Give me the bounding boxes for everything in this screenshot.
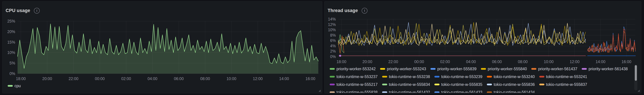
legend-item[interactable]: cpu [8, 83, 21, 88]
legend-series-label: tokio-runtime-w-555836 [494, 82, 535, 87]
legend-item[interactable]: tokio-runtime-w-553241 [539, 74, 587, 79]
svg-text:12%: 12% [328, 22, 336, 27]
legend-series-label: priority-worker-561437 [538, 67, 577, 71]
legend-series-label: tokio-runtime-w-555217 [336, 82, 378, 87]
legend-item[interactable]: tokio-runtime-w-561434 [487, 90, 535, 93]
legend-series-swatch [434, 76, 440, 78]
svg-text:06:00: 06:00 [174, 77, 184, 81]
legend-series-swatch [380, 68, 385, 70]
svg-text:5%: 5% [10, 61, 15, 65]
legend-item[interactable]: tokio-runtime-w-553240 [487, 74, 535, 79]
svg-text:20:00: 20:00 [42, 77, 52, 81]
legend-item[interactable]: priority-worker-555839 [430, 66, 476, 71]
thread-panel-title[interactable]: Thread usage [328, 8, 358, 13]
cpu-panel-title[interactable]: CPU usage [6, 8, 30, 13]
svg-text:20:00: 20:00 [362, 60, 372, 64]
svg-text:18:00: 18:00 [16, 77, 26, 81]
svg-text:06:00: 06:00 [492, 60, 502, 64]
legend-item[interactable]: tokio-runtime-w-561433 [434, 90, 482, 93]
svg-text:22:00: 22:00 [68, 77, 78, 81]
legend-series-label: tokio-runtime-w-555838 [336, 90, 378, 93]
info-icon[interactable]: i [34, 8, 40, 13]
legend-item[interactable]: tokio-runtime-w-555836 [487, 82, 535, 87]
legend-series-swatch [487, 76, 492, 78]
legend-series-swatch [330, 92, 335, 93]
svg-text:0%: 0% [10, 71, 15, 76]
legend-series-label: priority-worker-553242 [336, 67, 376, 71]
legend-series-swatch [382, 76, 387, 78]
legend-series-swatch [582, 68, 587, 70]
svg-text:16:00: 16:00 [622, 60, 632, 64]
svg-text:08:00: 08:00 [200, 77, 210, 81]
legend-item[interactable]: priority-worker-555840 [481, 66, 527, 71]
svg-text:02:00: 02:00 [121, 77, 131, 81]
legend-series-swatch [8, 85, 13, 87]
legend-series-swatch [434, 92, 440, 93]
thread-usage-panel: Thread usage i 18:0020:0022:0000:0002:00… [324, 1, 641, 93]
legend-series-swatch [382, 92, 387, 93]
svg-text:04:00: 04:00 [148, 77, 158, 81]
svg-text:10%: 10% [7, 50, 15, 55]
svg-text:8%: 8% [330, 33, 336, 37]
legend-series-swatch [531, 68, 536, 70]
svg-text:08:00: 08:00 [518, 60, 528, 64]
legend-series-label: tokio-runtime-w-555834 [389, 82, 430, 87]
svg-text:10:00: 10:00 [226, 77, 236, 81]
legend-scrollbar-thumb[interactable] [635, 65, 637, 81]
legend-series-label: tokio-runtime-w-553237 [336, 75, 378, 79]
legend-series-label: tokio-runtime-w-553239 [441, 75, 482, 79]
legend-series-label: priority-worker-553243 [387, 67, 426, 71]
panel-resize-handle[interactable] [318, 89, 321, 92]
legend-series-swatch [539, 84, 544, 85]
legend-series-label: tokio-runtime-w-561434 [494, 90, 535, 93]
svg-text:0%: 0% [330, 54, 336, 59]
svg-text:14%: 14% [328, 17, 336, 21]
legend-series-label: priority-worker-555839 [437, 67, 476, 71]
legend-item[interactable]: tokio-runtime-w-555837 [539, 82, 587, 87]
legend-series-label: tokio-runtime-w-553240 [494, 75, 535, 79]
legend-series-swatch [481, 68, 486, 70]
svg-text:14:00: 14:00 [279, 77, 289, 81]
legend-item[interactable]: tokio-runtime-w-555834 [382, 82, 430, 87]
legend-series-swatch [487, 84, 492, 85]
legend-item[interactable]: tokio-runtime-w-555217 [330, 82, 378, 87]
svg-text:2%: 2% [330, 49, 336, 53]
cpu-legend: cpu [8, 83, 315, 90]
svg-text:10:00: 10:00 [544, 60, 554, 64]
legend-item[interactable]: priority-worker-553243 [380, 66, 426, 71]
legend-series-swatch [330, 84, 335, 85]
legend-item[interactable]: tokio-runtime-w-555835 [434, 82, 482, 87]
legend-series-swatch [382, 84, 387, 85]
panel-resize-handle[interactable] [636, 89, 640, 92]
svg-text:18:00: 18:00 [336, 60, 346, 64]
legend-item[interactable]: tokio-runtime-w-561432 [382, 90, 430, 93]
svg-text:02:00: 02:00 [440, 60, 450, 64]
legend-item[interactable]: tokio-runtime-w-553239 [434, 74, 482, 79]
info-icon[interactable]: i [362, 8, 368, 13]
svg-text:4%: 4% [330, 44, 336, 48]
svg-text:20%: 20% [7, 29, 15, 34]
cpu-usage-panel: CPU usage i 18:0020:0022:0000:0002:0004:… [2, 1, 322, 93]
svg-text:10%: 10% [328, 28, 336, 32]
legend-series-swatch [434, 84, 440, 85]
legend-item[interactable]: priority-worker-553242 [330, 66, 376, 71]
svg-text:16:00: 16:00 [306, 77, 315, 81]
svg-text:6%: 6% [330, 38, 336, 43]
svg-text:14:00: 14:00 [596, 60, 606, 64]
legend-series-swatch [330, 68, 335, 70]
legend-item[interactable]: tokio-runtime-w-553238 [382, 74, 430, 79]
svg-text:04:00: 04:00 [466, 60, 476, 64]
legend-series-swatch [539, 76, 544, 78]
legend-item[interactable]: tokio-runtime-w-553237 [330, 74, 378, 79]
legend-item[interactable]: priority-worker-561438 [582, 66, 628, 71]
svg-text:12:00: 12:00 [570, 60, 580, 64]
legend-scrollbar[interactable] [634, 65, 637, 91]
thread-legend: priority-worker-553242priority-worker-55… [330, 66, 631, 93]
legend-series-label: tokio-runtime-w-561433 [441, 90, 482, 93]
legend-item[interactable]: priority-worker-561437 [531, 66, 577, 71]
cpu-usage-chart[interactable]: 18:0020:0022:0000:0002:0004:0006:0008:00… [2, 1, 322, 93]
legend-item[interactable]: tokio-runtime-w-555838 [330, 90, 378, 93]
legend-series-label: cpu [14, 84, 21, 88]
legend-series-label: priority-worker-555840 [488, 67, 527, 71]
legend-series-label: tokio-runtime-w-555837 [546, 82, 587, 87]
